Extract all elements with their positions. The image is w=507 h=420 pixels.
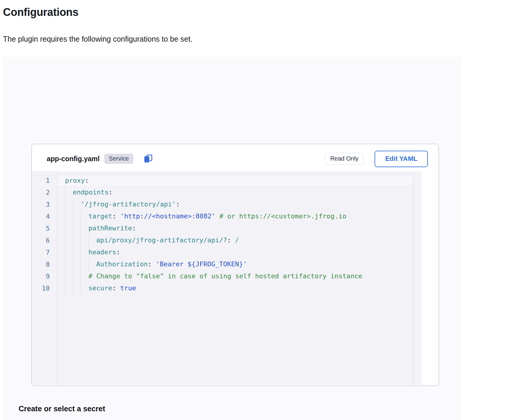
indent-guide <box>73 259 81 271</box>
indent-guide <box>73 199 81 211</box>
indent-guide <box>81 211 88 223</box>
code-line: 3'/jfrog-artifactory/api': <box>32 199 413 211</box>
code-line: 10secure: true <box>32 282 413 294</box>
yaml-card-header: app-config.yaml Service Read Only Edit Y… <box>32 144 439 171</box>
indent-guide <box>81 223 88 235</box>
editor-scrollbar[interactable] <box>413 171 422 385</box>
code-text: proxy: <box>58 175 413 187</box>
indent-guide <box>81 282 88 294</box>
indent-guide <box>65 223 73 235</box>
code-line: 2endpoints: <box>32 187 413 199</box>
indent-guide <box>73 223 81 235</box>
edit-yaml-button[interactable]: Edit YAML <box>375 151 428 167</box>
indent-guide <box>73 271 81 282</box>
line-number: 4 <box>32 211 57 223</box>
code-line: 7headers: <box>32 247 413 259</box>
indent-guide <box>88 235 96 247</box>
code-line: 5pathRewrite: <box>32 223 413 235</box>
configurations-panel: app-config.yaml Service Read Only Edit Y… <box>3 57 461 420</box>
line-number: 7 <box>32 247 57 259</box>
indent-guide <box>73 247 81 259</box>
indent-guide <box>65 259 73 271</box>
indent-guide <box>65 271 73 282</box>
indent-guide <box>65 235 73 247</box>
indent-guide <box>73 211 81 223</box>
code-text: Authorization: 'Bearer ${JFROG_TOKEN}' <box>58 259 413 271</box>
code-line: 9# Change to "false" in case of using se… <box>32 271 413 282</box>
copy-button[interactable] <box>143 154 153 164</box>
read-only-badge: Read Only <box>325 153 364 165</box>
line-number: 5 <box>32 223 57 235</box>
code-text: secure: true <box>58 282 413 294</box>
page-subtitle: The plugin requires the following config… <box>3 35 192 43</box>
indent-guide <box>65 187 73 199</box>
yaml-config-card: app-config.yaml Service Read Only Edit Y… <box>31 144 439 386</box>
code-lines: 1proxy:2endpoints:3'/jfrog-artifactory/a… <box>32 175 413 294</box>
code-line: 1proxy: <box>32 175 413 187</box>
indent-guide <box>65 211 73 223</box>
indent-guide <box>65 247 73 259</box>
indent-guide <box>73 235 81 247</box>
file-name: app-config.yaml <box>47 155 99 163</box>
code-line: 6api/proxy/jfrog-artifactory/api/?: / <box>32 235 413 247</box>
page-title: Configurations <box>3 6 79 19</box>
code-line: 4target: 'http://<hostname>:8082' # or h… <box>32 211 413 223</box>
indent-guide <box>65 199 73 211</box>
line-number: 8 <box>32 259 57 271</box>
indent-guide <box>65 282 73 294</box>
code-text: api/proxy/jfrog-artifactory/api/?: / <box>58 235 413 247</box>
secret-section-heading: Create or select a secret <box>19 404 105 413</box>
code-text: headers: <box>58 247 413 259</box>
indent-guide <box>81 247 88 259</box>
code-text: target: 'http://<hostname>:8082' # or ht… <box>58 211 413 223</box>
indent-guide <box>81 259 88 271</box>
line-number: 1 <box>32 175 57 187</box>
code-text: pathRewrite: <box>58 223 413 235</box>
code-text: endpoints: <box>58 187 413 199</box>
code-text: '/jfrog-artifactory/api': <box>58 199 413 211</box>
indent-guide <box>81 271 88 282</box>
yaml-code-editor[interactable]: 1proxy:2endpoints:3'/jfrog-artifactory/a… <box>32 171 422 385</box>
kind-badge: Service <box>104 154 133 164</box>
indent-guide <box>88 259 96 271</box>
line-number: 6 <box>32 235 57 247</box>
code-text: # Change to "false" in case of using sel… <box>58 271 413 282</box>
line-number: 10 <box>32 282 57 294</box>
line-number: 2 <box>32 187 57 199</box>
line-number: 9 <box>32 271 57 282</box>
line-number: 3 <box>32 199 57 211</box>
indent-guide <box>73 282 81 294</box>
gutter-separator <box>57 171 58 385</box>
copy-icon <box>143 154 153 164</box>
indent-guide <box>81 235 88 247</box>
code-line: 8Authorization: 'Bearer ${JFROG_TOKEN}' <box>32 259 413 271</box>
